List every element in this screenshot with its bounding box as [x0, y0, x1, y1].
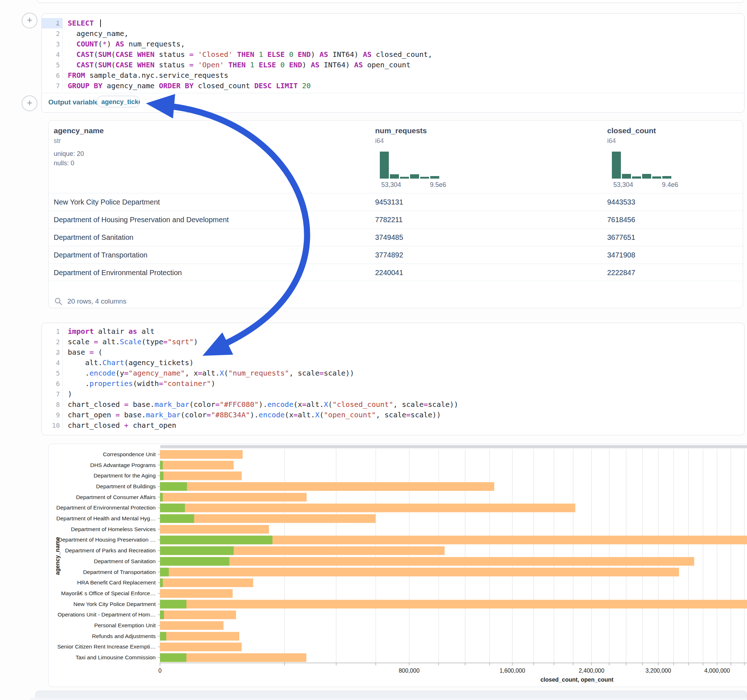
table-cell: Department of Environmental Protection [54, 264, 182, 282]
code-line[interactable]: 5 .encode(y="agency_name", x=alt.X("num_… [42, 368, 744, 379]
table-row[interactable]: Department of Transportation377489234719… [48, 246, 742, 264]
y-axis-label: Department of Homeless Services [71, 526, 156, 532]
code-line[interactable]: 7GROUP BY agency_name ORDER BY closed_co… [42, 81, 744, 91]
code-line[interactable]: 2 agency_name, [42, 29, 744, 39]
code-line[interactable]: 4 alt.Chart(agency_tickets) [42, 358, 744, 368]
code-text: chart_open = base.mark_bar(color="#8BC34… [68, 410, 441, 420]
code-line[interactable]: 1⌄SELECT [42, 18, 744, 29]
column-header-num_requests[interactable]: num_requests [375, 127, 427, 135]
chart-scrollbar[interactable] [160, 445, 747, 448]
histogram-bar [410, 174, 419, 179]
search-icon[interactable] [54, 297, 62, 305]
bar-closed-count[interactable] [160, 461, 234, 469]
code-text: GROUP BY agency_name ORDER BY closed_cou… [68, 81, 311, 91]
bar-closed-count[interactable] [160, 557, 694, 566]
fold-caret-icon[interactable]: ⌄ [56, 350, 58, 355]
line-number: 8 [42, 399, 60, 410]
column-histogram[interactable] [612, 152, 671, 179]
bar-open-count[interactable] [160, 471, 163, 480]
add-cell-button-output[interactable]: + [22, 95, 38, 111]
code-text: chart_closed + chart_open [68, 420, 176, 431]
bar-open-count[interactable] [160, 482, 187, 491]
code-line[interactable]: 1import altair as alt [42, 326, 744, 337]
line-number: 1 [42, 326, 60, 337]
code-line[interactable]: 10chart_closed + chart_open [42, 420, 744, 431]
bar-closed-count[interactable] [160, 589, 233, 598]
y-axis-label: Mayorâ€ s Office of Special Enforce… [61, 590, 156, 596]
bar-closed-count[interactable] [160, 600, 747, 608]
code-line[interactable]: 3⌄base = ( [42, 347, 744, 358]
bar-open-count[interactable] [160, 546, 234, 555]
code-line[interactable]: 7) [42, 389, 744, 399]
code-line[interactable]: 4 CAST(SUM(CASE WHEN status = 'Closed' T… [42, 49, 744, 60]
bar-closed-count[interactable] [160, 471, 242, 480]
code-line[interactable]: 5 CAST(SUM(CASE WHEN status = 'Open' THE… [42, 60, 744, 70]
column-histogram[interactable] [380, 152, 439, 179]
bar-closed-count[interactable] [160, 568, 679, 576]
table-cell: Department of Housing Preservation and D… [54, 211, 229, 229]
bar-closed-count[interactable] [160, 504, 575, 512]
x-axis-label: 2,400,000 [579, 668, 604, 674]
table-row[interactable]: New York City Police Department945313194… [48, 193, 742, 211]
code-line[interactable]: 9chart_open = base.mark_bar(color="#8BC3… [42, 410, 744, 420]
code-text: SELECT [68, 18, 101, 29]
y-axis-label: Taxi and Limousine Commission [76, 654, 156, 661]
bar-closed-count[interactable] [160, 621, 224, 630]
python-cell-card: 1import altair as alt2scale = alt.Scale(… [41, 323, 744, 435]
histogram-min-label: 53,304 [613, 181, 633, 189]
line-number: 2 [42, 337, 60, 347]
add-cell-button-top[interactable]: + [22, 13, 38, 29]
bar-open-count[interactable] [160, 600, 186, 608]
y-axis-label: Department of Parks and Recreation [65, 547, 156, 554]
table-cell: 3471908 [607, 246, 635, 264]
line-number: 5 [42, 368, 60, 379]
code-line[interactable]: 2scale = alt.Scale(type="sqrt") [42, 337, 744, 347]
bar-open-count[interactable] [160, 493, 163, 502]
histogram-bar [430, 176, 439, 179]
bar-open-count[interactable] [160, 461, 163, 469]
line-number: 6 [42, 379, 60, 389]
table-cell: 9443533 [607, 193, 635, 211]
code-text: CAST(SUM(CASE WHEN status = 'Closed' THE… [68, 49, 432, 60]
table-row[interactable]: Department of Environmental Protection22… [48, 264, 742, 282]
bar-open-count[interactable] [160, 504, 185, 512]
x-axis-label: 3,200,000 [646, 668, 671, 674]
code-line[interactable]: 8chart_closed = base.mark_bar(color="#FF… [42, 399, 744, 410]
bar-closed-count[interactable] [160, 482, 494, 491]
bar-open-count[interactable] [160, 653, 186, 662]
y-axis-label: Department of Environmental Protection [56, 504, 156, 511]
bar-open-count[interactable] [160, 557, 229, 566]
bar-closed-count[interactable] [160, 611, 236, 619]
bar-closed-count[interactable] [160, 632, 239, 641]
fold-caret-icon[interactable]: ⌄ [56, 21, 58, 26]
line-number: 5 [42, 60, 60, 70]
table-cell: Department of Transportation [54, 246, 147, 264]
table-row[interactable]: Department of Sanitation37494853677651 [48, 228, 742, 246]
bar-open-count[interactable] [160, 578, 163, 587]
bar-open-count[interactable] [160, 514, 194, 523]
bar-closed-count[interactable] [160, 525, 269, 534]
code-line[interactable]: 6 .properties(width="container") [42, 379, 744, 389]
bar-open-count[interactable] [160, 568, 169, 576]
output-variable-pill[interactable]: agency_tickets [97, 96, 140, 107]
bar-closed-count[interactable] [160, 578, 253, 587]
bar-closed-count[interactable] [160, 493, 307, 502]
bar-closed-count[interactable] [160, 643, 242, 652]
code-line[interactable]: 6FROM sample_data.nyc.service_requests [42, 70, 744, 81]
text-cursor [100, 20, 101, 27]
column-header-closed_count[interactable]: closed_count [607, 127, 656, 135]
table-cell: 3749485 [375, 229, 403, 246]
code-line[interactable]: 3 COUNT(*) AS num_requests, [42, 39, 744, 49]
bar-open-count[interactable] [160, 632, 166, 641]
y-axis-label: DHS Advantage Programs [90, 462, 156, 468]
line-number: 9 [42, 410, 60, 420]
bar-closed-count[interactable] [160, 450, 242, 459]
table-row[interactable]: Department of Housing Preservation and D… [48, 211, 742, 229]
sql-code-editor[interactable]: 1⌄SELECT 2 agency_name,3 COUNT(*) AS num… [42, 18, 744, 91]
column-header-agency_name[interactable]: agency_name [54, 127, 104, 135]
bar-open-count[interactable] [160, 611, 164, 619]
bar-open-count[interactable] [160, 536, 272, 545]
y-axis-label: Department for the Aging [94, 472, 156, 478]
python-code-editor[interactable]: 1import altair as alt2scale = alt.Scale(… [42, 326, 744, 431]
code-text: alt.Chart(agency_tickets) [68, 358, 194, 368]
